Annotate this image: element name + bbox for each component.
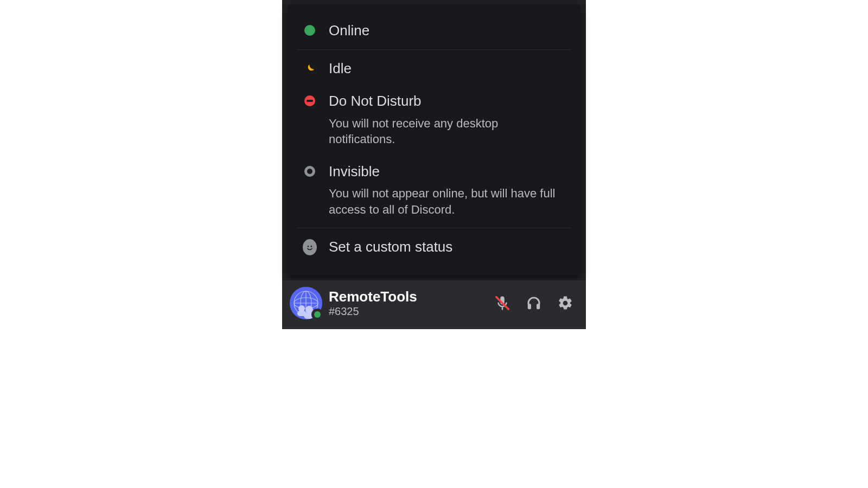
svg-point-2	[311, 246, 312, 247]
custom-status-label: Set a custom status	[329, 238, 565, 256]
emoji-icon	[303, 238, 317, 255]
status-panel: Online Idle Do Not Disturb You will not …	[282, 0, 586, 329]
status-option-description: You will not receive any desktop notific…	[329, 115, 565, 147]
userbar-controls	[493, 293, 578, 313]
status-popover: Online Idle Do Not Disturb You will not …	[288, 4, 580, 275]
user-avatar[interactable]	[290, 287, 322, 319]
status-option-dnd[interactable]: Do Not Disturb You will not receive any …	[297, 85, 571, 155]
gear-icon	[557, 295, 573, 311]
status-option-label: Online	[329, 22, 565, 40]
svg-rect-13	[502, 307, 503, 310]
username: RemoteTools	[329, 289, 486, 305]
dnd-status-icon	[303, 92, 317, 106]
separator	[297, 49, 571, 50]
status-option-description: You will not appear online, but will hav…	[329, 185, 565, 217]
status-option-label: Invisible	[329, 163, 565, 181]
svg-point-0	[305, 242, 315, 252]
status-option-idle[interactable]: Idle	[297, 52, 571, 85]
mic-muted-icon	[494, 295, 510, 311]
mute-mic-button[interactable]	[493, 293, 512, 313]
status-option-label: Do Not Disturb	[329, 92, 565, 110]
deafen-button[interactable]	[524, 293, 544, 313]
user-settings-button[interactable]	[556, 293, 575, 313]
status-option-label: Idle	[329, 60, 565, 78]
online-status-icon	[303, 22, 317, 36]
headphones-icon	[526, 295, 542, 311]
separator	[297, 228, 571, 228]
user-discriminator: #6325	[329, 305, 486, 318]
svg-rect-16	[537, 304, 540, 310]
svg-rect-15	[528, 304, 531, 310]
set-custom-status[interactable]: Set a custom status	[297, 230, 571, 264]
online-status-badge	[311, 309, 323, 320]
status-option-online[interactable]: Online	[297, 14, 571, 47]
user-info[interactable]: RemoteTools #6325	[329, 289, 486, 318]
status-option-invisible[interactable]: Invisible You will not appear online, bu…	[297, 155, 571, 226]
idle-status-icon	[303, 60, 317, 75]
user-bar: RemoteTools #6325	[282, 280, 586, 329]
invisible-status-icon	[303, 163, 317, 177]
svg-point-1	[308, 246, 309, 247]
